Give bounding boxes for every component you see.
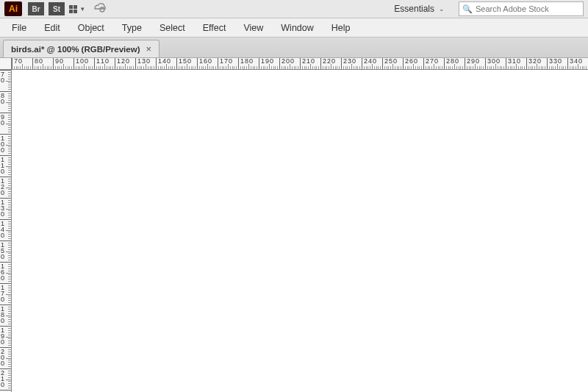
sync-settings-icon[interactable] (92, 1, 107, 16)
app-logo-icon: Ai (4, 1, 22, 16)
title-bar: Ai Br St ▾ Essentials ⌄ 🔍 (0, 0, 588, 18)
menu-view[interactable]: View (234, 20, 272, 36)
menu-select[interactable]: Select (151, 20, 194, 36)
workspace-switcher[interactable]: Essentials ⌄ (386, 1, 453, 17)
stock-icon[interactable]: St (49, 2, 65, 15)
menu-bar: File Edit Object Type Select Effect View… (0, 18, 588, 38)
menu-help[interactable]: Help (323, 20, 359, 36)
document-area: 7080901001101201301401501601701801902002… (0, 58, 588, 392)
document-tab-strip: birds.ai* @ 100% (RGB/Preview) × (0, 38, 588, 58)
menu-edit[interactable]: Edit (35, 20, 69, 36)
menu-window[interactable]: Window (272, 20, 322, 36)
menu-object[interactable]: Object (69, 20, 113, 36)
stock-search-input[interactable] (476, 4, 580, 13)
ruler-origin[interactable] (0, 58, 12, 70)
horizontal-ruler[interactable]: 7080901001101201301401501601701801902002… (12, 58, 588, 70)
stock-search[interactable]: 🔍 (459, 1, 584, 16)
vertical-ruler[interactable]: 7 08 09 01 0 01 1 01 2 01 3 01 4 01 5 01… (0, 70, 12, 392)
menu-type[interactable]: Type (113, 20, 151, 36)
workspace-label: Essentials (394, 4, 434, 14)
bridge-icon[interactable]: Br (28, 2, 44, 15)
menu-effect[interactable]: Effect (194, 20, 235, 36)
arrange-documents-icon[interactable]: ▾ (69, 5, 92, 13)
document-tab-title: birds.ai* @ 100% (RGB/Preview) (11, 45, 140, 54)
search-icon: 🔍 (462, 4, 473, 14)
close-icon[interactable]: × (146, 43, 151, 54)
menu-file[interactable]: File (3, 20, 35, 36)
chevron-down-icon: ▾ (81, 5, 85, 13)
document-tab[interactable]: birds.ai* @ 100% (RGB/Preview) × (3, 40, 159, 57)
canvas[interactable] (12, 70, 588, 392)
chevron-down-icon: ⌄ (439, 5, 445, 13)
